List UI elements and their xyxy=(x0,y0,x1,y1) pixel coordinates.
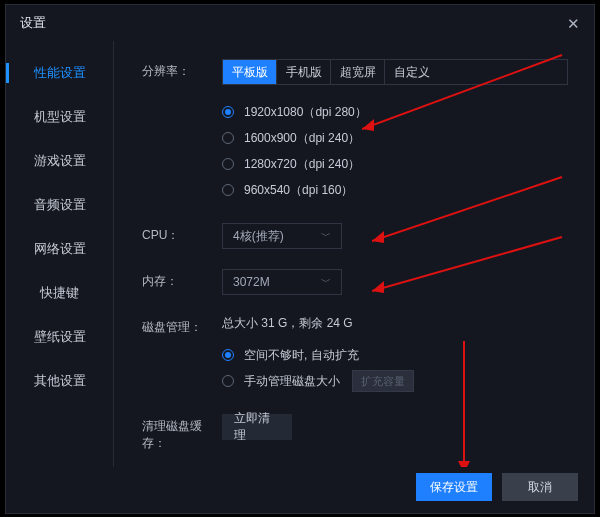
sidebar-item[interactable]: 机型设置 xyxy=(6,95,113,139)
close-icon[interactable]: ✕ xyxy=(567,15,580,33)
resolution-options: 1920x1080（dpi 280）1600x900（dpi 240）1280x… xyxy=(222,99,568,203)
chevron-down-icon: ﹀ xyxy=(321,275,331,289)
resolution-option[interactable]: 1600x900（dpi 240） xyxy=(222,125,568,151)
sidebar-item[interactable]: 快捷键 xyxy=(6,271,113,315)
sidebar-item[interactable]: 音频设置 xyxy=(6,183,113,227)
memory-value: 3072M xyxy=(233,275,270,289)
expand-disk-button: 扩充容量 xyxy=(352,370,414,392)
cpu-label: CPU： xyxy=(142,223,222,244)
disk-label: 磁盘管理： xyxy=(142,315,222,336)
sidebar-item[interactable]: 网络设置 xyxy=(6,227,113,271)
resolution-label: 分辨率： xyxy=(142,59,222,80)
sidebar-item[interactable]: 性能设置 xyxy=(6,51,113,95)
radio-label: 手动管理磁盘大小 xyxy=(244,373,340,390)
resolution-option[interactable]: 1920x1080（dpi 280） xyxy=(222,99,568,125)
radio-icon xyxy=(222,158,234,170)
save-button[interactable]: 保存设置 xyxy=(416,473,492,501)
radio-icon xyxy=(222,132,234,144)
resolution-tabs: 平板版手机版超宽屏自定义 xyxy=(222,59,568,85)
disk-option[interactable]: 手动管理磁盘大小扩充容量 xyxy=(222,368,568,394)
radio-label: 1600x900（dpi 240） xyxy=(244,130,360,147)
resolution-tab[interactable]: 自定义 xyxy=(385,60,439,84)
sidebar: 性能设置机型设置游戏设置音频设置网络设置快捷键壁纸设置其他设置 xyxy=(6,41,114,467)
clean-cache-button[interactable]: 立即清理 xyxy=(222,414,292,440)
radio-icon xyxy=(222,349,234,361)
resolution-option[interactable]: 960x540（dpi 160） xyxy=(222,177,568,203)
resolution-option[interactable]: 1280x720（dpi 240） xyxy=(222,151,568,177)
cache-label: 清理磁盘缓存： xyxy=(142,414,222,452)
radio-icon xyxy=(222,375,234,387)
resolution-tab[interactable]: 超宽屏 xyxy=(331,60,385,84)
window-title: 设置 xyxy=(20,14,46,32)
resolution-tab[interactable]: 平板版 xyxy=(223,60,277,84)
disk-option[interactable]: 空间不够时, 自动扩充 xyxy=(222,342,568,368)
sidebar-item[interactable]: 其他设置 xyxy=(6,359,113,403)
sidebar-item[interactable]: 游戏设置 xyxy=(6,139,113,183)
memory-label: 内存： xyxy=(142,269,222,290)
cancel-button[interactable]: 取消 xyxy=(502,473,578,501)
radio-icon xyxy=(222,184,234,196)
content-panel: 分辨率： 平板版手机版超宽屏自定义 1920x1080（dpi 280）1600… xyxy=(114,41,594,467)
radio-label: 960x540（dpi 160） xyxy=(244,182,353,199)
radio-label: 1920x1080（dpi 280） xyxy=(244,104,367,121)
radio-label: 1280x720（dpi 240） xyxy=(244,156,360,173)
memory-select[interactable]: 3072M ﹀ xyxy=(222,269,342,295)
chevron-down-icon: ﹀ xyxy=(321,229,331,243)
disk-summary: 总大小 31 G，剩余 24 G xyxy=(222,315,568,332)
sidebar-item[interactable]: 壁纸设置 xyxy=(6,315,113,359)
radio-icon xyxy=(222,106,234,118)
svg-marker-7 xyxy=(458,461,470,467)
cpu-value: 4核(推荐) xyxy=(233,228,284,245)
resolution-tab[interactable]: 手机版 xyxy=(277,60,331,84)
cpu-select[interactable]: 4核(推荐) ﹀ xyxy=(222,223,342,249)
radio-label: 空间不够时, 自动扩充 xyxy=(244,347,359,364)
